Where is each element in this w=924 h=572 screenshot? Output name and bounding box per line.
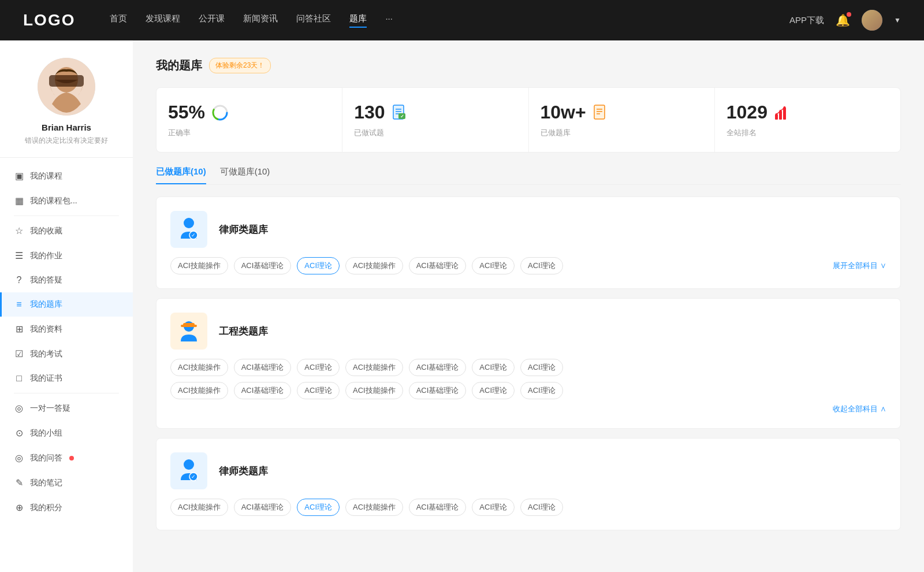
sidebar-item-my-points[interactable]: ⊕ 我的积分: [0, 495, 133, 520]
bank3-tag-skill-1[interactable]: ACI技能操作: [170, 499, 228, 516]
bank-card-1-header: ✓ 律师类题库: [170, 211, 886, 248]
bank2-tag-basic-2[interactable]: ACI基础理论: [409, 359, 467, 376]
bank2-tag-skill-4[interactable]: ACI技能操作: [345, 382, 403, 399]
sidebar-item-my-favorite[interactable]: ☆ 我的收藏: [0, 218, 133, 243]
menu-divider-2: [14, 393, 119, 393]
nav-download[interactable]: APP下载: [789, 15, 824, 26]
stat-ranking-row: 1029: [726, 102, 889, 123]
sidebar-item-my-question[interactable]: ? 我的答疑: [0, 268, 133, 292]
sidebar-item-my-homework[interactable]: ☰ 我的作业: [0, 243, 133, 268]
bank2-tag-basic-4[interactable]: ACI基础理论: [409, 382, 467, 399]
nav-dropdown-chevron[interactable]: ▼: [894, 16, 901, 24]
sidebar-item-my-data[interactable]: ⊞ 我的资料: [0, 317, 133, 341]
tag-aci-theory-1-active[interactable]: ACI理论: [297, 257, 340, 274]
bank2-tag-theory-1[interactable]: ACI理论: [297, 359, 340, 376]
bank2-tag-skill-1[interactable]: ACI技能操作: [170, 359, 228, 376]
stat-accuracy-value: 55%: [168, 102, 205, 123]
nav-logo[interactable]: LOGO: [23, 11, 75, 29]
menu-label-points: 我的积分: [30, 503, 62, 513]
nav-right: APP下载 🔔 ▼: [789, 10, 901, 31]
bank3-tag-skill-2[interactable]: ACI技能操作: [345, 499, 403, 516]
sidebar-item-my-exam[interactable]: ☑ 我的考试: [0, 341, 133, 366]
sidebar-item-my-cert[interactable]: □ 我的证书: [0, 366, 133, 391]
answer-notification-dot: [69, 456, 74, 460]
bank3-tag-theory-2[interactable]: ACI理论: [472, 499, 515, 516]
sidebar-item-my-course[interactable]: ▣ 我的课程: [0, 164, 133, 188]
nav-qa[interactable]: 问答社区: [296, 13, 331, 28]
bank2-tag-theory-6[interactable]: ACI理论: [520, 382, 563, 399]
sidebar-item-my-group[interactable]: ⊙ 我的小组: [0, 421, 133, 445]
sidebar-item-my-notes[interactable]: ✎ 我的笔记: [0, 470, 133, 495]
nav-bell[interactable]: 🔔: [836, 13, 850, 27]
bank2-tag-skill-3[interactable]: ACI技能操作: [170, 382, 228, 399]
homework-icon: ☰: [14, 250, 24, 261]
chart-red-icon: [773, 104, 791, 121]
nav-avatar[interactable]: [862, 10, 882, 31]
menu-label-favorite: 我的收藏: [30, 226, 62, 236]
nav-news[interactable]: 新闻资讯: [243, 13, 278, 28]
question-icon: ?: [14, 275, 24, 285]
bank3-tag-theory-3[interactable]: ACI理论: [520, 499, 563, 516]
stat-ranking-label: 全站排名: [726, 128, 889, 138]
bank-card-2-collapse[interactable]: 收起全部科目 ∧: [170, 404, 886, 414]
tag-aci-basic-1[interactable]: ACI基础理论: [234, 257, 292, 274]
nav-more[interactable]: ···: [385, 13, 393, 28]
svg-point-24: [184, 218, 194, 228]
svg-rect-20: [783, 107, 786, 120]
tab-todo-banks[interactable]: 可做题库(10): [220, 166, 270, 184]
bank2-tag-skill-2[interactable]: ACI技能操作: [345, 359, 403, 376]
bank-card-3: ✓ 律师类题库 ACI技能操作 ACI基础理论 ACI理论 ACI技能操作 AC…: [156, 438, 901, 530]
bank3-tag-basic-2[interactable]: ACI基础理论: [409, 499, 467, 516]
bank-icon: ≡: [14, 299, 24, 310]
menu-divider-1: [14, 216, 119, 216]
bank2-tag-basic-1[interactable]: ACI基础理论: [234, 359, 292, 376]
bank2-tag-theory-3[interactable]: ACI理论: [520, 359, 563, 376]
tag-aci-skill-1[interactable]: ACI技能操作: [170, 257, 228, 274]
bank-card-3-title: 律师类题库: [219, 465, 268, 478]
package-icon: ▦: [14, 195, 24, 206]
accuracy-circle-icon: [211, 103, 229, 122]
bank-card-1-expand[interactable]: 展开全部科目 ∨: [833, 261, 886, 271]
svg-point-22: [779, 110, 781, 112]
nav-home[interactable]: 首页: [110, 13, 127, 28]
sidebar-item-my-answer[interactable]: ◎ 我的问答: [0, 445, 133, 470]
svg-text:✓: ✓: [191, 232, 196, 238]
stat-done-questions: 130 ✓ 已做试题: [342, 88, 528, 152]
bank-card-1: ✓ 律师类题库 ACI技能操作 ACI基础理论 ACI理论 ACI技能操作 AC…: [156, 196, 901, 289]
menu-label-notes: 我的笔记: [30, 478, 62, 488]
bank-card-2: 工程类题库 ACI技能操作 ACI基础理论 ACI理论 ACI技能操作 ACI基…: [156, 298, 901, 429]
nav-courses[interactable]: 发现课程: [146, 13, 180, 28]
data-icon: ⊞: [14, 324, 24, 335]
profile-area: Brian Harris 错误的决定比没有决定要好: [0, 58, 133, 158]
bank3-tag-theory-1-active[interactable]: ACI理论: [297, 499, 340, 516]
nav-open[interactable]: 公开课: [199, 13, 225, 28]
stat-ranking: 1029 全站排名: [715, 88, 900, 152]
menu-label-cert: 我的证书: [30, 373, 62, 384]
tab-done-banks[interactable]: 已做题库(10): [156, 166, 206, 184]
tag-aci-theory-2[interactable]: ACI理论: [472, 257, 515, 274]
svg-text:✓: ✓: [400, 114, 404, 119]
doc-blue-icon: ✓: [391, 104, 408, 121]
points-icon: ⊕: [14, 502, 24, 513]
answer-icon: ◎: [14, 452, 24, 463]
bank3-tag-basic-1[interactable]: ACI基础理论: [234, 499, 292, 516]
sidebar-item-my-bank[interactable]: ≡ 我的题库: [0, 292, 133, 317]
nav-bank[interactable]: 题库: [349, 13, 367, 28]
tag-aci-skill-2[interactable]: ACI技能操作: [345, 257, 403, 274]
tag-aci-theory-3[interactable]: ACI理论: [520, 257, 563, 274]
svg-point-23: [783, 106, 785, 109]
sidebar-item-my-package[interactable]: ▦ 我的课程包...: [0, 188, 133, 213]
menu-label-question: 我的答疑: [30, 275, 62, 285]
bank2-tag-theory-5[interactable]: ACI理论: [472, 382, 515, 399]
bank2-tag-theory-4[interactable]: ACI理论: [297, 382, 340, 399]
cert-icon: □: [14, 373, 24, 384]
sidebar: Brian Harris 错误的决定比没有决定要好 ▣ 我的课程 ▦ 我的课程包…: [0, 40, 133, 572]
page-header: 我的题库 体验剩余23天！: [156, 58, 901, 73]
sidebar-item-one-on-one[interactable]: ◎ 一对一答疑: [0, 396, 133, 421]
stat-ranking-value: 1029: [726, 102, 767, 123]
bank-card-1-tags: ACI技能操作 ACI基础理论 ACI理论 ACI技能操作 ACI基础理论 AC…: [170, 257, 886, 274]
bank2-tag-basic-3[interactable]: ACI基础理论: [234, 382, 292, 399]
doc-orange-icon: [592, 104, 609, 121]
tag-aci-basic-2[interactable]: ACI基础理论: [409, 257, 467, 274]
bank2-tag-theory-2[interactable]: ACI理论: [472, 359, 515, 376]
